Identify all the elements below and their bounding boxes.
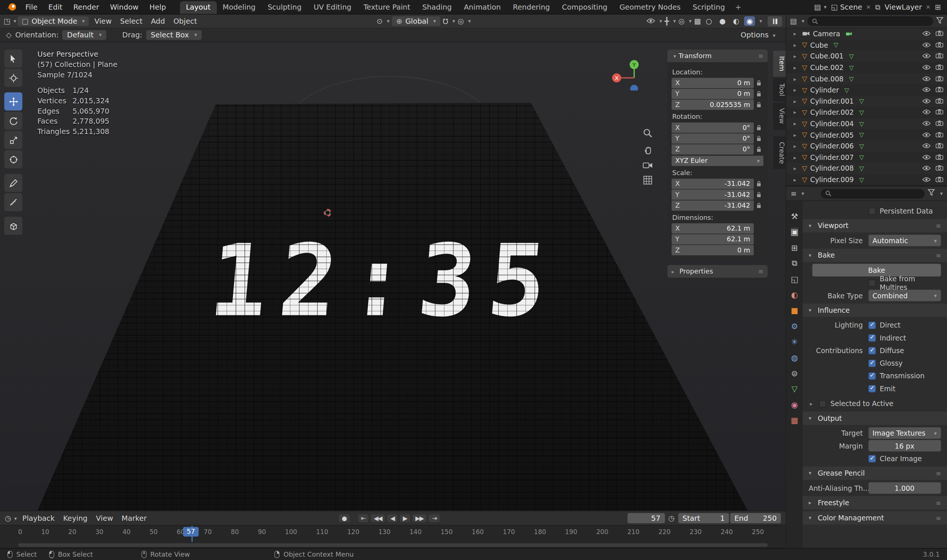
disable-render-camera-icon[interactable] bbox=[936, 164, 943, 173]
properties-panel-header[interactable]: ▸ Properties ≡ bbox=[667, 265, 768, 278]
timeline-menu-item[interactable]: Keying bbox=[59, 512, 92, 523]
add-workspace-button[interactable]: + bbox=[731, 1, 745, 14]
end-frame-field[interactable]: End 250 bbox=[730, 513, 781, 523]
particles-tab[interactable]: ✳ bbox=[786, 334, 802, 349]
lock-icon[interactable] bbox=[754, 202, 763, 209]
workspace-tab[interactable]: UV Editing bbox=[307, 1, 358, 14]
outliner-row[interactable]: ▸ ▽ Cylinder.001 ▽ bbox=[786, 96, 947, 107]
panel-grip-icon[interactable]: ≡ bbox=[759, 268, 763, 275]
workspace-tab[interactable]: Texture Paint bbox=[358, 1, 416, 14]
hide-viewport-eye-icon[interactable] bbox=[922, 41, 931, 49]
workspace-tab[interactable]: Shading bbox=[416, 1, 458, 14]
outliner-row[interactable]: ▸ ▽ Cylinder.002 ▽ bbox=[786, 107, 947, 118]
workspace-tab[interactable]: Compositing bbox=[556, 1, 613, 14]
xray-toggle-icon[interactable]: ▩ bbox=[694, 17, 701, 26]
scene-tab[interactable]: ◱ bbox=[786, 271, 802, 286]
mesh-data-icon[interactable]: ▽ bbox=[859, 132, 864, 138]
proportional-arrow-icon[interactable]: ▾ bbox=[468, 18, 471, 24]
dimension-number-field[interactable]: Y 62.1 m bbox=[671, 234, 754, 245]
panel-grip-icon[interactable]: ≡ bbox=[759, 52, 763, 59]
anti-aliasing-field[interactable]: 1.000 bbox=[868, 482, 941, 494]
editor-type-arrow-icon[interactable]: ▾ bbox=[14, 515, 17, 521]
object-name[interactable]: Cylinder.007 bbox=[810, 153, 854, 162]
mesh-data-icon[interactable]: ▽ bbox=[849, 75, 854, 82]
object-name[interactable]: Camera bbox=[813, 29, 841, 38]
outliner-display-mode-icon[interactable]: ▤ bbox=[790, 17, 797, 26]
properties-search[interactable] bbox=[821, 189, 925, 198]
mode-dropdown[interactable]: ▢ Object Mode ▾ bbox=[17, 16, 89, 26]
proportional-edit-icon[interactable]: ◎ bbox=[457, 17, 464, 26]
tool-tab[interactable]: ⚒ bbox=[786, 208, 802, 224]
object-name[interactable]: Cylinder.006 bbox=[810, 142, 854, 151]
transform-tool[interactable] bbox=[4, 150, 22, 168]
physics-tab[interactable]: ◍ bbox=[786, 349, 802, 365]
disclosure-icon[interactable]: ▸ bbox=[794, 31, 799, 37]
display-mode-arrow-icon[interactable]: ▾ bbox=[802, 18, 804, 24]
color-management-section-header[interactable]: ▾ Color Management ≡ bbox=[802, 511, 947, 525]
material-tab[interactable]: ◉ bbox=[786, 396, 802, 412]
object-name[interactable]: Cube.002 bbox=[810, 63, 844, 72]
orientation-dropdown[interactable]: ⊕ Global ▾ bbox=[392, 16, 440, 26]
cursor-tool[interactable] bbox=[4, 69, 22, 87]
auto-keying-button[interactable]: ● bbox=[339, 514, 350, 522]
mesh-data-icon[interactable]: ▽ bbox=[859, 120, 864, 127]
pivot-point-icon[interactable]: ⊙ bbox=[377, 17, 383, 26]
object-name[interactable]: Cylinder.002 bbox=[810, 108, 854, 117]
rotation-mode-dropdown[interactable]: XYZ Euler ▾ bbox=[671, 156, 763, 166]
dimension-number-field[interactable]: Z 0 m bbox=[671, 245, 754, 255]
camera-view-icon[interactable] bbox=[643, 162, 653, 169]
disable-render-camera-icon[interactable] bbox=[936, 142, 943, 151]
navigation-gizmo[interactable]: Y X bbox=[611, 51, 656, 91]
play-button[interactable]: ▶ bbox=[400, 514, 410, 522]
disable-render-camera-icon[interactable] bbox=[936, 75, 943, 83]
bake-type-dropdown[interactable]: Combined▾ bbox=[868, 290, 941, 301]
disclosure-icon[interactable]: ▸ bbox=[794, 87, 799, 93]
outliner-row[interactable]: ▸ ▽ Cube.002 ▽ bbox=[786, 62, 947, 73]
menubar-item[interactable]: Help bbox=[144, 2, 171, 12]
view-layer-tab[interactable]: ⧉ bbox=[786, 255, 802, 271]
jump-to-start-button[interactable]: ⇤ bbox=[358, 514, 368, 522]
ortho-grid-icon[interactable] bbox=[643, 176, 652, 185]
persistent-data-checkbox[interactable] bbox=[868, 207, 876, 215]
workspace-tab[interactable]: Sculpting bbox=[261, 1, 307, 14]
timeline-menu-item[interactable]: Playback bbox=[18, 512, 59, 523]
tab-view[interactable]: View bbox=[773, 103, 785, 129]
workspace-tab[interactable]: Geometry Nodes bbox=[613, 1, 686, 14]
world-tab[interactable]: ◐ bbox=[786, 287, 802, 302]
select-box-tool[interactable] bbox=[4, 49, 22, 68]
add-cube-tool[interactable] bbox=[4, 217, 22, 235]
outliner-row[interactable]: ▸ ▽ Cylinder.007 ▽ bbox=[786, 152, 947, 163]
pause-render-button[interactable] bbox=[768, 16, 782, 26]
outliner-search[interactable] bbox=[807, 16, 933, 26]
editor-type-arrow-icon[interactable]: ▾ bbox=[13, 18, 16, 24]
lock-icon[interactable] bbox=[754, 91, 763, 97]
hide-viewport-eye-icon[interactable] bbox=[922, 131, 931, 139]
selected-to-active-checkbox[interactable] bbox=[819, 400, 826, 407]
object-name[interactable]: Cylinder.004 bbox=[810, 120, 854, 128]
disable-render-camera-icon[interactable] bbox=[936, 108, 943, 117]
hide-viewport-eye-icon[interactable] bbox=[922, 164, 931, 173]
mesh-data-icon[interactable]: ▽ bbox=[859, 109, 864, 116]
render-tab[interactable]: ▣ bbox=[786, 224, 802, 240]
mesh-data-icon[interactable]: ▽ bbox=[859, 165, 864, 172]
outliner-row[interactable]: ▸ ▽ Cylinder ▽ bbox=[786, 85, 947, 95]
camera-data-icon[interactable] bbox=[845, 31, 852, 37]
scene-selector[interactable]: ◱ Scene × bbox=[828, 2, 874, 12]
disclosure-icon[interactable]: ▸ bbox=[794, 109, 799, 115]
viewport-menu-item[interactable]: Object bbox=[169, 15, 202, 26]
menubar-item[interactable]: Window bbox=[105, 2, 144, 12]
timeline-ruler[interactable]: 0102030405060708090100110120130140150160… bbox=[0, 525, 786, 542]
viewport-section-header[interactable]: ▾ Viewport ≡ bbox=[802, 219, 947, 232]
shading-material-icon[interactable]: ◐ bbox=[730, 16, 742, 26]
scale-tool[interactable] bbox=[4, 131, 22, 149]
hide-viewport-eye-icon[interactable] bbox=[922, 86, 931, 94]
object-name[interactable]: Cylinder.005 bbox=[810, 131, 854, 139]
properties-editor-type-icon[interactable]: ≡ bbox=[791, 189, 797, 198]
mesh-data-icon[interactable]: ▽ bbox=[859, 98, 864, 105]
object-tab[interactable]: ■ bbox=[786, 302, 802, 318]
snap-magnet-icon[interactable]: Ω bbox=[443, 17, 448, 26]
pixel-size-dropdown[interactable]: Automatic▾ bbox=[868, 235, 941, 246]
object-name[interactable]: Cube bbox=[810, 41, 828, 49]
rotate-tool[interactable] bbox=[4, 112, 22, 130]
output-tab[interactable]: ⊞ bbox=[786, 240, 802, 255]
